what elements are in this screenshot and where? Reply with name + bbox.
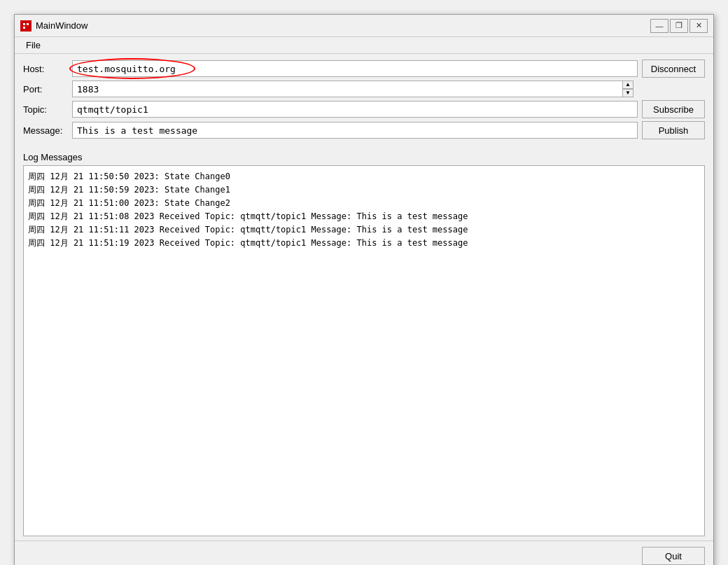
menu-file[interactable]: File [20,39,46,52]
window-title: MainWindow [36,20,650,31]
form-area: Host: Disconnect Port: ▲ ▼ Topic: [15,54,713,148]
menu-bar: File [15,37,713,54]
subscribe-button[interactable]: Subscribe [642,100,705,118]
topic-input-wrap [72,101,638,118]
svg-rect-0 [22,22,30,30]
main-window: MainWindow — ❐ ✕ File Host: Disconnect P… [14,14,714,565]
log-section: Log Messages 周四 12月 21 11:50:50 2023: St… [23,152,705,536]
log-label: Log Messages [23,152,705,162]
port-decrement-button[interactable]: ▼ [622,89,634,97]
message-input[interactable] [72,122,638,139]
publish-button[interactable]: Publish [642,121,705,139]
svg-rect-1 [23,23,25,25]
log-line: 周四 12月 21 11:50:59 2023: State Change1 [28,183,700,196]
log-line: 周四 12月 21 11:51:08 2023 Received Topic: … [28,210,700,223]
log-line: 周四 12月 21 11:51:19 2023 Received Topic: … [28,237,700,249]
host-row: Host: Disconnect [23,60,705,78]
quit-button[interactable]: Quit [642,547,705,565]
message-input-wrap [72,122,638,139]
host-input-wrap [72,60,638,77]
log-line: 周四 12月 21 11:51:11 2023 Received Topic: … [28,223,700,236]
port-label: Port: [23,84,72,95]
message-label: Message: [23,125,72,136]
host-input[interactable] [72,60,638,77]
svg-rect-2 [27,23,29,25]
window-controls: — ❐ ✕ [650,19,708,33]
topic-label: Topic: [23,104,72,115]
restore-button[interactable]: ❐ [670,19,688,33]
window-icon [20,20,31,32]
message-row: Message: Publish [23,121,705,139]
title-bar: MainWindow — ❐ ✕ [15,15,713,37]
port-increment-button[interactable]: ▲ [622,81,634,89]
svg-rect-3 [23,27,25,29]
topic-input[interactable] [72,101,638,118]
port-row: Port: ▲ ▼ [23,81,705,97]
port-input[interactable] [72,81,623,97]
topic-row: Topic: Subscribe [23,100,705,118]
minimize-button[interactable]: — [650,19,668,33]
disconnect-button[interactable]: Disconnect [642,60,705,78]
close-button[interactable]: ✕ [690,19,708,33]
footer: Quit [15,540,713,565]
log-line: 周四 12月 21 11:51:00 2023: State Change2 [28,197,700,209]
port-spinner: ▲ ▼ [622,81,634,97]
log-area[interactable]: 周四 12月 21 11:50:50 2023: State Change0周四… [23,165,705,536]
host-label: Host: [23,64,72,74]
port-input-group: ▲ ▼ [72,81,634,97]
log-line: 周四 12月 21 11:50:50 2023: State Change0 [28,170,700,183]
